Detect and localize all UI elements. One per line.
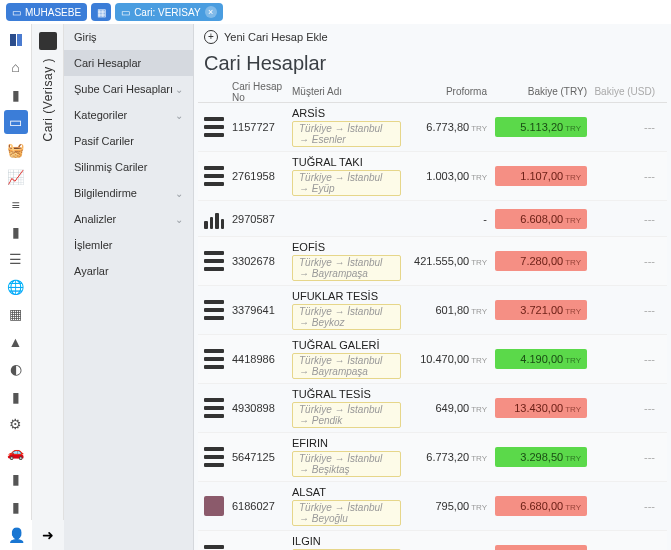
customer-name: EOFİS: [292, 241, 401, 253]
card-icon: ▭: [12, 7, 21, 18]
sidebar-item[interactable]: Şube Cari Hesapları⌄: [64, 76, 193, 102]
customer-name: ALSAT: [292, 486, 401, 498]
rail-item-icon[interactable]: ☰: [4, 248, 28, 271]
rail-item-icon[interactable]: ▮: [4, 220, 28, 243]
rail-item-icon[interactable]: ≡: [4, 193, 28, 216]
table-row[interactable]: 1157727ARSİSTürkiye → İstanbul → Esenler…: [198, 103, 667, 152]
customer-cell: TUĞRAL TAKITürkiye → İstanbul → Eyüp: [292, 156, 401, 196]
table-row[interactable]: 5647125EFIRINTürkiye → İstanbul → Beşikt…: [198, 433, 667, 482]
usd-cell: ---: [591, 121, 661, 133]
sidebar-item[interactable]: Cari Hesaplar: [64, 50, 193, 76]
chevron-down-icon: ⌄: [175, 188, 183, 199]
close-icon[interactable]: ×: [205, 6, 217, 18]
customer-cell: ARSİSTürkiye → İstanbul → Esenler: [292, 107, 401, 147]
col-usd[interactable]: Bakiye (USD): [591, 86, 661, 97]
account-no: 2761958: [232, 170, 292, 182]
sidebar-item-label: Cari Hesaplar: [74, 57, 141, 69]
table-row[interactable]: 6230182ILGINTürkiye → İstanbul → Esenler…: [198, 531, 667, 550]
account-no: 3379641: [232, 304, 292, 316]
tab-icon: [39, 32, 57, 50]
col-no[interactable]: Cari Hesap No: [232, 81, 292, 103]
proforma-cell: -: [401, 213, 491, 225]
table-row[interactable]: 4418986TUĞRAL GALERİTürkiye → İstanbul →…: [198, 335, 667, 384]
customer-location: Türkiye → İstanbul → Bayrampaşa: [292, 255, 401, 281]
building-icon: [204, 300, 224, 320]
customer-cell: EFIRINTürkiye → İstanbul → Beşiktaş: [292, 437, 401, 477]
factory-icon: [204, 209, 224, 229]
rail-item-icon[interactable]: ▮: [4, 385, 28, 408]
sidebar-item[interactable]: Giriş: [64, 24, 193, 50]
customer-location: Türkiye → İstanbul → Beyoğlu: [292, 500, 401, 526]
photo-icon: [204, 496, 224, 516]
proforma-cell: 1.003,00TRY: [401, 170, 491, 182]
content: + Yeni Cari Hesap Ekle Cari Hesaplar Car…: [194, 24, 671, 550]
chart-icon[interactable]: 📈: [4, 165, 28, 188]
accounts-icon[interactable]: ▭: [4, 110, 28, 133]
add-label: Yeni Cari Hesap Ekle: [224, 31, 328, 43]
grid-icon[interactable]: ▦: [91, 3, 111, 21]
balance-cell: 203.158,60TRY: [491, 545, 591, 550]
context-pill-module[interactable]: ▭MUHASEBE: [6, 3, 87, 21]
table-row[interactable]: 2970587-6.608,00TRY---: [198, 201, 667, 237]
sidebar-item-label: Bilgilendirme: [74, 187, 137, 199]
customer-name: ILGIN: [292, 535, 401, 547]
building-icon: [204, 349, 224, 369]
proforma-cell: 6.773,20TRY: [401, 451, 491, 463]
customer-name: UFUKLAR TESİS: [292, 290, 401, 302]
customer-cell: ALSATTürkiye → İstanbul → Beyoğlu: [292, 486, 401, 526]
sidebar-item[interactable]: Pasif Cariler: [64, 128, 193, 154]
customer-location: Türkiye → İstanbul → Bayrampaşa: [292, 353, 401, 379]
sidebar-item-label: Analizler: [74, 213, 116, 225]
usd-cell: ---: [591, 304, 661, 316]
balance-cell: 3.298,50TRY: [491, 447, 591, 467]
android-icon[interactable]: ▮: [4, 468, 28, 491]
page-title: Cari Hesaplar: [194, 50, 671, 81]
col-proforma[interactable]: Proforma: [401, 86, 491, 97]
table-row[interactable]: 3302678EOFİSTürkiye → İstanbul → Bayramp…: [198, 237, 667, 286]
chevron-down-icon: ⌄: [175, 110, 183, 121]
table-row[interactable]: 2761958TUĞRAL TAKITürkiye → İstanbul → E…: [198, 152, 667, 201]
gear-icon[interactable]: ⚙: [4, 413, 28, 436]
customer-name: ARSİS: [292, 107, 401, 119]
table-row[interactable]: 4930898TUĞRAL TESİSTürkiye → İstanbul → …: [198, 384, 667, 433]
sidebar-item[interactable]: Kategoriler⌄: [64, 102, 193, 128]
col-name[interactable]: Müşteri Adı: [292, 86, 401, 97]
user-icon[interactable]: 👤: [0, 520, 32, 550]
sidebar-item-label: Kategoriler: [74, 109, 127, 121]
add-account-button[interactable]: + Yeni Cari Hesap Ekle: [194, 24, 671, 50]
table-row[interactable]: 6186027ALSATTürkiye → İstanbul → Beyoğlu…: [198, 482, 667, 531]
customer-location: Türkiye → İstanbul → Eyüp: [292, 170, 401, 196]
account-no: 6186027: [232, 500, 292, 512]
rail-item-icon[interactable]: ▮: [4, 83, 28, 106]
sidebar-item[interactable]: Ayarlar: [64, 258, 193, 284]
car-icon[interactable]: 🚗: [4, 440, 28, 463]
basket-icon[interactable]: 🧺: [4, 138, 28, 161]
balance-cell: 1.107,00TRY: [491, 166, 591, 186]
piggy-icon[interactable]: ◐: [4, 358, 28, 381]
globe-icon[interactable]: 🌐: [4, 275, 28, 298]
accounts-table: Cari Hesap No Müşteri Adı Proforma Bakiy…: [194, 81, 671, 550]
context-pill-account[interactable]: ▭Cari: VERISAY×: [115, 3, 223, 21]
svg-rect-0: [10, 34, 16, 46]
sidebar-item[interactable]: İşlemler: [64, 232, 193, 258]
rail-item-icon[interactable]: ▮: [4, 495, 28, 518]
building-icon: [204, 545, 224, 550]
customer-cell: EOFİSTürkiye → İstanbul → Bayrampaşa: [292, 241, 401, 281]
home-icon[interactable]: ⌂: [4, 55, 28, 78]
user-icon[interactable]: ▲: [4, 330, 28, 353]
vertical-tab[interactable]: Cari (Verisay ): [32, 24, 64, 550]
customer-name: TUĞRAL TESİS: [292, 388, 401, 400]
logout-icon[interactable]: ➜: [32, 520, 64, 550]
balance-cell: 13.430,00TRY: [491, 398, 591, 418]
sidebar-item[interactable]: Analizler⌄: [64, 206, 193, 232]
col-balance[interactable]: Bakiye (TRY): [491, 86, 591, 97]
table-row[interactable]: 3379641UFUKLAR TESİSTürkiye → İstanbul →…: [198, 286, 667, 335]
sidebar-item[interactable]: Silinmiş Cariler: [64, 154, 193, 180]
usd-cell: ---: [591, 353, 661, 365]
logo-icon[interactable]: [4, 28, 28, 51]
book-icon[interactable]: ▦: [4, 303, 28, 326]
building-icon: [204, 447, 224, 467]
account-no: 5647125: [232, 451, 292, 463]
plus-icon: +: [204, 30, 218, 44]
sidebar-item[interactable]: Bilgilendirme⌄: [64, 180, 193, 206]
